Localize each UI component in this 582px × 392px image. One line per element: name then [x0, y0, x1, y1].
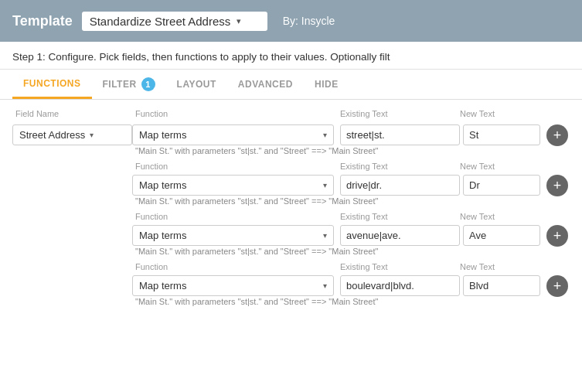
existing-label-2: Existing Text [337, 210, 457, 223]
function-dropdown-icon-1: ▾ [323, 181, 327, 189]
function-select-3[interactable]: Map terms ▾ [132, 275, 334, 296]
existing-text-input-3[interactable] [340, 275, 460, 296]
function-block-3: Map terms ▾ + "Main St." with parameters… [132, 274, 571, 308]
filter-badge: 1 [141, 77, 155, 91]
existing-text-input-2[interactable] [340, 225, 460, 246]
function-value-0: Map terms [139, 129, 318, 141]
function-block-0: Map terms ▾ + "Main St." with parameters… [132, 123, 571, 157]
step-description: Step 1: Configure. Pick fields, then fun… [0, 42, 582, 70]
field-name-value: Street Address [19, 129, 85, 141]
function-label-2: Function [132, 210, 337, 223]
main-content: Field Name Function Existing Text New Te… [0, 100, 582, 319]
tab-functions[interactable]: FUNCTIONS [12, 70, 92, 99]
col-header-existing-text: Existing Text [337, 107, 457, 120]
col-header-field-name: Field Name [12, 107, 132, 120]
title-container[interactable]: Standardize Street Address ▾ [82, 12, 267, 31]
template-label: Template [12, 13, 73, 29]
by-label: By: Insycle [283, 15, 335, 27]
new-label-1: New Text [457, 160, 534, 172]
function-value-1: Map terms [139, 179, 318, 191]
add-button-3[interactable]: + [546, 275, 568, 297]
existing-label-3: Existing Text [337, 261, 457, 273]
new-label-2: New Text [457, 210, 534, 223]
function-select-2[interactable]: Map terms ▾ [132, 225, 334, 246]
new-text-input-0[interactable] [463, 124, 540, 145]
function-select-0[interactable]: Map terms ▾ [132, 124, 334, 145]
function-hint-2: "Main St." with parameters "st|st." and … [132, 247, 571, 257]
existing-text-input-1[interactable] [340, 175, 460, 196]
function-select-1[interactable]: Map terms ▾ [132, 175, 334, 196]
function-value-3: Map terms [139, 280, 318, 291]
existing-label-1: Existing Text [337, 160, 457, 172]
function-dropdown-icon-3: ▾ [323, 281, 327, 290]
header: Template Standardize Street Address ▾ By… [0, 0, 582, 42]
tab-filter[interactable]: FILTER 1 [92, 70, 166, 99]
add-button-1[interactable]: + [546, 175, 568, 196]
function-hint-0: "Main St." with parameters "st|st." and … [132, 146, 571, 157]
col-header-function: Function [132, 107, 337, 120]
function-block-2: Map terms ▾ + "Main St." with parameters… [132, 223, 571, 257]
function-dropdown-icon-2: ▾ [323, 231, 327, 240]
function-dropdown-icon-0: ▾ [323, 131, 327, 139]
add-button-2[interactable]: + [546, 225, 568, 247]
title-dropdown-icon[interactable]: ▾ [237, 16, 241, 26]
new-text-input-1[interactable] [463, 175, 540, 196]
col-header-new-text: New Text [457, 107, 534, 120]
function-hint-3: "Main St." with parameters "st|st." and … [132, 297, 571, 308]
function-block-1: Map terms ▾ + "Main St." with parameters… [132, 173, 571, 207]
add-button-0[interactable]: + [546, 124, 568, 146]
page-title: Standardize Street Address [90, 15, 231, 28]
new-text-input-2[interactable] [463, 225, 540, 246]
field-dropdown-icon: ▾ [90, 131, 94, 139]
field-name-cell: Street Address ▾ [12, 123, 132, 311]
tab-advanced[interactable]: ADVANCED [227, 71, 304, 97]
tabs-bar: FUNCTIONS FILTER 1 LAYOUT ADVANCED HIDE [0, 70, 582, 100]
function-value-2: Map terms [139, 230, 318, 241]
new-label-3: New Text [457, 261, 534, 273]
new-text-input-3[interactable] [463, 275, 540, 296]
function-blocks: Map terms ▾ + "Main St." with parameters… [132, 123, 571, 311]
field-name-select[interactable]: Street Address ▾ [12, 124, 132, 145]
existing-text-input-0[interactable] [340, 124, 460, 145]
tab-layout[interactable]: LAYOUT [166, 71, 227, 97]
field-row: Street Address ▾ Map terms ▾ + [12, 123, 570, 311]
tab-hide[interactable]: HIDE [304, 71, 349, 97]
function-label-3: Function [132, 261, 337, 273]
function-label-1: Function [132, 160, 337, 172]
function-hint-1: "Main St." with parameters "st|st." and … [132, 196, 571, 207]
